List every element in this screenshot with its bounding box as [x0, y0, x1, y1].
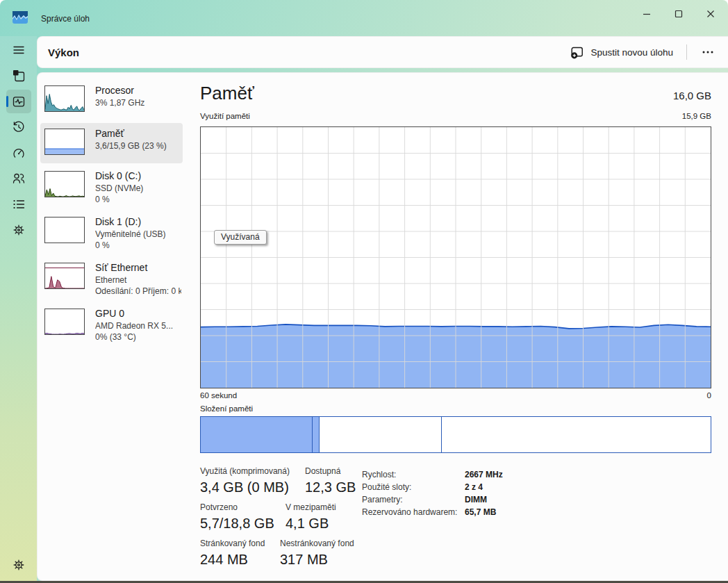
perf-item-text: GPU 0AMD Radeon RX 5...0% (33 °C) [95, 307, 181, 347]
performance-page: Procesor3% 1,87 GHzPaměť3,6/15,9 GB (23 … [37, 72, 728, 581]
stat-value: 3,4 GB (0 MB) [200, 479, 290, 495]
memory-composition-bar [200, 416, 711, 453]
disk0-mini-chart [44, 171, 85, 197]
gpu0-mini-chart [44, 309, 85, 335]
hardware-value: 2 z 4 [465, 481, 483, 493]
perf-item-text: Paměť3,6/15,9 GB (23 %) [95, 127, 181, 163]
composition-segment-free [441, 417, 711, 452]
memory-mini-chart [44, 129, 85, 155]
nav-item-app-history[interactable] [6, 115, 31, 139]
nav-rail [0, 36, 37, 583]
header-divider [686, 44, 687, 60]
perf-item-subline: AMD Radeon RX 5... [95, 320, 181, 331]
more-options-button[interactable] [693, 42, 722, 63]
stat-label: Využitá (komprimovaná) [200, 466, 290, 476]
processes-icon [12, 69, 26, 83]
composition-segment-modified [312, 417, 319, 452]
hardware-label: Rychlost: [362, 468, 465, 481]
run-new-task-label: Spustit novou úlohu [590, 47, 673, 58]
ethernet-mini-chart [44, 263, 85, 289]
new-task-window-plus-icon [570, 45, 584, 59]
maximize-icon [675, 10, 683, 18]
ellipsis-icon [702, 47, 714, 57]
stat-4: V mezipaměti4,1 GB [286, 502, 336, 532]
stat-value: 317 MB [280, 552, 354, 568]
hardware-value: 2667 MHz [465, 468, 503, 481]
perf-item-disk0[interactable]: Disk 0 (C:)SSD (NVMe)0 % [40, 165, 183, 210]
stat-1: Využitá (komprimovaná)3,4 GB (0 MB) [200, 466, 290, 495]
memory-detail-panel: Paměť 16,0 GB Využití paměti 15,9 GB Vyu… [200, 73, 711, 580]
users-icon [12, 172, 26, 186]
hardware-label: Použité sloty: [362, 481, 465, 493]
composition-segment-standby [319, 417, 442, 452]
window-title: Správce úloh [41, 14, 90, 24]
time-axis-right: 0 [707, 391, 711, 400]
hamburger-icon [12, 43, 26, 57]
composition-segment-in-use [201, 417, 312, 452]
services-gear-icon [12, 223, 26, 237]
performance-device-list: Procesor3% 1,87 GHzPaměť3,6/15,9 GB (23 … [40, 73, 183, 580]
memory-total: 16,0 GB [673, 90, 711, 101]
chart-scale-max: 15,9 GB [682, 112, 711, 120]
perf-item-subline: SSD (NVMe) [95, 183, 181, 194]
nav-item-details[interactable] [6, 192, 31, 216]
memory-hardware-details: Rychlost:2667 MHzPoužité sloty:2 z 4Para… [362, 468, 503, 518]
nav-item-performance[interactable] [6, 90, 31, 113]
composition-label: Složení paměti [200, 404, 253, 413]
perf-item-subline: 3,6/15,9 GB (23 %) [95, 140, 181, 151]
hardware-row: Parametry:DIMM [362, 493, 503, 506]
perf-item-subline: 0 % [95, 240, 181, 251]
maximize-button[interactable] [663, 0, 695, 28]
task-manager-window: Správce úloh Výkon Spustit no [0, 0, 728, 583]
stat-value: 5,7/18,8 GB [200, 516, 274, 532]
minimize-button[interactable] [631, 0, 663, 28]
hardware-label: Rezervováno hardwarem: [362, 506, 465, 518]
page-title: Výkon [48, 47, 79, 58]
stat-6: Nestránkovaný fond317 MB [280, 539, 354, 568]
hardware-label: Parametry: [362, 493, 465, 506]
stat-label: Potvrzeno [200, 502, 274, 512]
minimize-icon [643, 10, 651, 18]
nav-item-startup-apps[interactable] [6, 141, 31, 165]
hardware-row: Rezervováno hardwarem:65,7 MB [362, 506, 503, 518]
perf-item-ethernet[interactable]: Síť EthernetEthernetOdesílání: 0 Příjem:… [40, 257, 183, 302]
nav-item-processes[interactable] [6, 64, 31, 88]
nav-item-menu[interactable] [6, 38, 31, 62]
perf-item-title: Síť Ethernet [95, 261, 181, 274]
task-manager-logo-icon [13, 11, 28, 24]
perf-item-cpu[interactable]: Procesor3% 1,87 GHz [40, 80, 183, 122]
stat-value: 244 MB [200, 552, 265, 568]
perf-item-title: Disk 1 (D:) [95, 215, 181, 229]
nav-item-settings[interactable] [6, 553, 31, 577]
time-axis-left: 60 sekund [200, 391, 237, 400]
stat-2: Dostupná12,3 GB [305, 466, 356, 495]
chart-tooltip: Využívaná [214, 230, 267, 245]
titlebar[interactable]: Správce úloh [0, 0, 728, 36]
perf-item-title: Paměť [95, 127, 181, 140]
nav-item-users[interactable] [6, 167, 31, 190]
perf-item-subline: 3% 1,87 GHz [95, 97, 181, 108]
gauge-icon [12, 146, 26, 160]
stat-3: Potvrzeno5,7/18,8 GB [200, 502, 274, 532]
nav-item-services[interactable] [6, 218, 31, 242]
perf-item-disk1[interactable]: Disk 1 (D:)Vyměnitelné (USB)0 % [40, 211, 183, 256]
page-header: Výkon Spustit novou úlohu [37, 36, 728, 68]
perf-item-subline: 0 % [95, 194, 181, 205]
perf-item-gpu0[interactable]: GPU 0AMD Radeon RX 5...0% (33 °C) [40, 303, 183, 347]
window-controls [631, 0, 727, 28]
perf-item-text: Disk 1 (D:)Vyměnitelné (USB)0 % [95, 215, 181, 256]
perf-item-memory[interactable]: Paměť3,6/15,9 GB (23 %) [40, 123, 183, 163]
run-new-task-button[interactable]: Spustit novou úlohu [563, 40, 680, 64]
perf-item-title: GPU 0 [95, 307, 181, 320]
hardware-row: Rychlost:2667 MHz [362, 468, 503, 481]
hardware-value: DIMM [465, 493, 487, 506]
performance-pulse-icon [12, 95, 26, 108]
hardware-value: 65,7 MB [465, 506, 496, 518]
hardware-row: Použité sloty:2 z 4 [362, 481, 503, 493]
detail-title: Paměť [200, 83, 254, 104]
perf-item-subline: 0% (33 °C) [95, 331, 181, 343]
perf-item-text: Síť EthernetEthernetOdesílání: 0 Příjem:… [95, 261, 181, 302]
close-button[interactable] [695, 0, 727, 28]
perf-item-subline: Vyměnitelné (USB) [95, 229, 181, 240]
perf-item-text: Procesor3% 1,87 GHz [95, 84, 181, 122]
